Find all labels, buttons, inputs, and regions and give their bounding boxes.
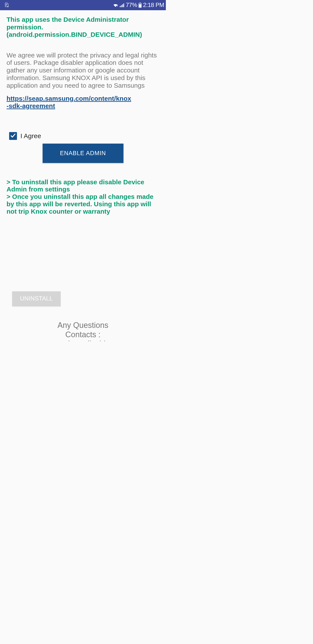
uninstall-button[interactable]: UNINSTALL	[12, 291, 61, 306]
knox-agreement-link[interactable]: https://seap.samsung.com/content/knox -s…	[6, 95, 131, 110]
agree-label: I Agree	[20, 132, 41, 140]
svg-rect-8	[139, 4, 141, 8]
enable-admin-button[interactable]: ENABLE ADMIN	[43, 144, 123, 163]
svg-rect-3	[121, 5, 122, 7]
status-left	[5, 2, 9, 8]
permission-title: This app uses the Device Administrator p…	[6, 16, 159, 38]
check-icon	[10, 132, 16, 140]
svg-rect-0	[6, 4, 6, 6]
agree-row: I Agree	[9, 132, 159, 140]
battery-percent: 77%	[126, 2, 137, 8]
permission-title-line2: (android.permission.BIND_DEVICE_ADMIN)	[6, 31, 159, 38]
agree-checkbox[interactable]	[9, 132, 17, 140]
signal-icon	[120, 3, 124, 8]
permission-title-line1: This app uses the Device Administrator p…	[6, 16, 159, 31]
svg-rect-2	[120, 6, 121, 7]
svg-rect-5	[123, 4, 124, 7]
contacts-block: Any Questions Contacts : www.packagedisa…	[6, 320, 159, 341]
battery-icon	[138, 2, 142, 8]
svg-rect-4	[122, 4, 123, 7]
contacts-line2: Contacts :	[6, 330, 159, 339]
wifi-icon	[113, 3, 118, 8]
contacts-website-link[interactable]: www.packagedisabler.com	[6, 339, 159, 341]
agreement-link-block: https://seap.samsung.com/content/knox -s…	[6, 95, 159, 110]
status-right: 77% 2:18 PM	[113, 2, 164, 8]
sim-absent-icon	[5, 2, 9, 8]
clock-time: 2:18 PM	[143, 2, 164, 8]
uninstall-notes: > To uninstall this app please disable D…	[6, 178, 159, 215]
contacts-line1: Any Questions	[6, 320, 159, 330]
permission-description: We agree we will protect the privacy and…	[6, 52, 159, 90]
svg-rect-1	[7, 4, 7, 4]
status-bar: 77% 2:18 PM	[0, 0, 166, 10]
